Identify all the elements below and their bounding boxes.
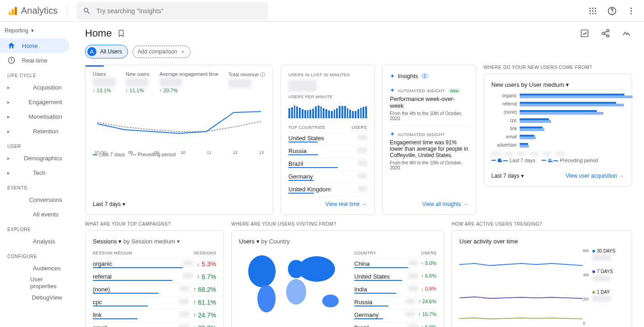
plus-icon: ＋ xyxy=(180,48,186,56)
nav-tech[interactable]: ▸Tech xyxy=(0,165,69,180)
svg-point-3 xyxy=(590,7,591,9)
country-row[interactable]: China↑ 5.0% xyxy=(354,258,436,271)
search-bar[interactable] xyxy=(76,2,268,20)
campaign-row[interactable]: organic↓ 5.3% xyxy=(93,258,216,271)
medium-bar-referral: referral xyxy=(491,101,624,106)
country-row[interactable]: Brazil xyxy=(288,158,367,171)
section-user: USER xyxy=(0,138,73,151)
campaign-row[interactable]: referral↑ 9.7% xyxy=(93,271,216,284)
svg-rect-1 xyxy=(12,9,14,15)
more-icon[interactable] xyxy=(626,5,637,16)
add-comparison-button[interactable]: Add comparison ＋ xyxy=(133,46,191,58)
view-insights-link[interactable]: View all insights → xyxy=(422,201,468,207)
view-acquisition-link[interactable]: View user acquisition → xyxy=(565,173,624,179)
nav-retention[interactable]: ▸Retention xyxy=(0,124,69,138)
section-configure: CONFIGURE xyxy=(0,248,73,261)
svg-point-26 xyxy=(286,279,306,305)
svg-point-10 xyxy=(592,13,593,14)
nav-conversions[interactable]: Conversions xyxy=(0,192,69,207)
time-selector[interactable]: Last 7 days ▾ xyxy=(491,173,524,179)
country-row[interactable]: Germany xyxy=(288,171,367,184)
chip-all-users[interactable]: A All Users xyxy=(85,45,128,58)
chevron-right-icon: ▸ xyxy=(7,129,12,134)
search-input[interactable] xyxy=(96,7,262,15)
explore-icon[interactable] xyxy=(579,28,590,39)
nav-analysis[interactable]: Analysis xyxy=(0,234,69,248)
svg-point-27 xyxy=(322,295,339,307)
view-realtime-link[interactable]: View real time → xyxy=(325,201,367,207)
country-row[interactable]: Russia↑ 24.6% xyxy=(354,296,436,309)
chevron-right-icon: ▸ xyxy=(7,170,12,175)
country-row[interactable]: United Kingdom xyxy=(288,184,367,196)
section-visiting-title: WHERE ARE YOUR USERS VISITING FROM? xyxy=(231,222,444,227)
section-newusers-title: WHERE DO YOUR NEW USERS COME FROM? xyxy=(484,65,632,70)
country-row[interactable]: Germany↑ 15.7% xyxy=(354,309,436,322)
svg-point-22 xyxy=(248,255,276,287)
newusers-selector[interactable]: New users by User medium ▾ xyxy=(491,81,624,88)
country-row[interactable]: United States xyxy=(288,132,367,145)
metric-new-users[interactable]: New users↑ 11.1% xyxy=(126,71,149,93)
svg-point-6 xyxy=(590,10,591,11)
svg-point-9 xyxy=(590,13,591,14)
search-icon xyxy=(83,7,91,15)
bookmark-icon[interactable] xyxy=(116,28,127,39)
campaign-row[interactable]: link↑ 24.7% xyxy=(93,309,216,322)
nav-monetisation[interactable]: ▸Monetisation xyxy=(0,109,69,124)
svg-point-15 xyxy=(630,10,632,11)
metric-total-revenue[interactable]: Total revenue ⓘ xyxy=(229,71,265,93)
chevron-right-icon: ▸ xyxy=(7,85,12,90)
page-title: Home xyxy=(85,27,112,39)
clock-icon xyxy=(7,56,16,64)
chevron-right-icon: ▸ xyxy=(7,100,11,105)
nav-audiences[interactable]: Audiences xyxy=(0,261,69,275)
nav-debugview[interactable]: DebugView xyxy=(0,290,69,305)
country-row[interactable]: Russia xyxy=(288,145,367,158)
nav-user-properties[interactable]: User properties xyxy=(0,275,69,290)
country-row[interactable]: India↓ 0.8% xyxy=(354,284,436,296)
time-selector[interactable]: Last 7 days ▾ xyxy=(93,201,125,207)
medium-bar-cpc: cpc xyxy=(491,117,624,123)
users-selector[interactable]: Users ▾ xyxy=(239,238,260,245)
product-logo[interactable]: Analytics xyxy=(7,5,67,16)
card-insights: ✦ Insights 1 ✦AUTOMATED INSIGHTNew Perfo… xyxy=(382,65,476,215)
help-icon: ⓘ xyxy=(260,72,265,77)
medium-selector[interactable]: by Session medium ▾ xyxy=(123,238,180,245)
section-events: EVENTS xyxy=(0,180,73,192)
svg-point-21 xyxy=(607,35,609,37)
country-selector[interactable]: by Country xyxy=(261,238,290,245)
nav-engagement[interactable]: ▸Engagement xyxy=(0,95,69,109)
insights-icon[interactable] xyxy=(621,28,632,39)
svg-point-20 xyxy=(602,32,605,35)
medium-bar-link: link xyxy=(491,126,624,131)
country-row[interactable]: Brazil↑ 5.9% xyxy=(354,322,436,327)
nav-home[interactable]: Home xyxy=(0,38,69,53)
product-name: Analytics xyxy=(21,5,58,16)
apps-icon[interactable] xyxy=(587,5,598,16)
card-trending: User activity over time 6M4M2M0 xyxy=(452,230,632,327)
help-icon[interactable] xyxy=(607,5,617,16)
medium-bar-organic: organic xyxy=(491,93,624,98)
reporting-selector[interactable]: Reporting ▾ xyxy=(5,27,69,34)
svg-point-14 xyxy=(630,7,632,9)
svg-rect-2 xyxy=(15,7,17,15)
sparkle-icon: ✦ xyxy=(390,131,395,137)
avatar-icon: A xyxy=(87,47,96,56)
nav-demographics[interactable]: ▸Demographics xyxy=(0,151,69,165)
campaign-row[interactable]: email↑ 32.2% xyxy=(93,322,216,327)
card-campaigns: Sessions ▾ by Session medium ▾ SESSION M… xyxy=(85,230,224,327)
country-row[interactable]: United States↑ 6.5% xyxy=(354,271,436,284)
metric-average-engagement-time[interactable]: Average engagement time↑ 20.7% xyxy=(160,71,218,93)
nav-realtime[interactable]: Real-time xyxy=(0,53,69,68)
share-icon[interactable] xyxy=(600,28,611,39)
metric-users[interactable]: Users↑ 13.1% xyxy=(93,71,116,93)
campaign-row[interactable]: (none)↑ 68.2% xyxy=(93,284,216,296)
sessions-selector[interactable]: Sessions ▾ xyxy=(93,238,122,245)
trend-legend-item: 1 DAY xyxy=(592,290,624,302)
card-users-overview: Users↑ 13.1%New users↑ 11.1%Average enga… xyxy=(85,65,273,215)
campaign-row[interactable]: cpc↑ 61.1% xyxy=(93,296,216,309)
nav-all-events[interactable]: All events xyxy=(0,207,69,222)
trend-legend-item: 30 DAYS xyxy=(592,248,624,261)
svg-point-23 xyxy=(257,285,276,312)
nav-acquisition[interactable]: ▸Acquisition xyxy=(0,80,69,95)
svg-point-11 xyxy=(595,13,596,14)
